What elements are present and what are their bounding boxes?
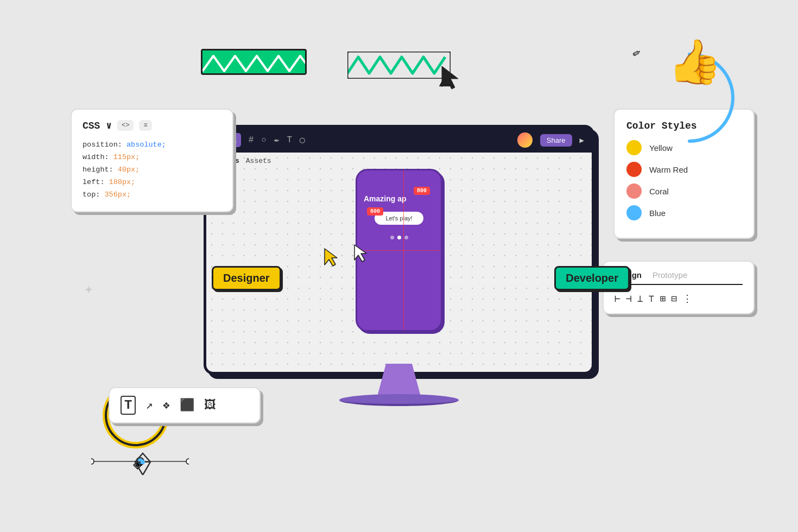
cursor-arrow-black [440, 65, 461, 93]
css-panel: CSS ∨ <> ≡ position: absolute; width: 11… [71, 109, 233, 212]
monitor-canvas: Layers Assets 800 600 Amazing ap Let's p… [206, 153, 592, 372]
toolbar-text-icon[interactable]: T [287, 135, 293, 145]
share-button[interactable]: Share [540, 134, 572, 147]
css-prop-left: left: [83, 178, 109, 186]
phone-dot-3 [404, 236, 408, 239]
css-val-top: 356px; [105, 191, 131, 199]
css-prop-width: width: [83, 153, 113, 161]
monitor-stand-base [339, 394, 459, 406]
crosshair-horizontal [357, 250, 441, 251]
phone-dot-1 [390, 236, 394, 239]
tools-panel: T ↗ ❖ ⬛ 🖼 [109, 387, 261, 423]
align-center-h-icon[interactable]: ⊣ [626, 293, 632, 305]
design-align-icons: ⊢ ⊣ ⊥ ⊤ ⊞ ⊟ ⋮ [615, 293, 743, 305]
css-code-button[interactable]: <> [117, 120, 134, 131]
svg-point-13 [141, 460, 145, 464]
toolbar-hash-icon[interactable]: # [249, 135, 254, 145]
coral-color-label: Coral [649, 187, 669, 196]
css-prop-position: position: [83, 141, 126, 149]
warmred-color-swatch [626, 162, 642, 177]
align-left-icon[interactable]: ⊢ [615, 293, 620, 305]
css-prop-top: top: [83, 191, 105, 199]
phone-dots [364, 236, 434, 239]
phone-mockup: 800 600 Amazing ap Let's play! [356, 169, 442, 332]
tool-image-icon[interactable]: 🖼 [204, 398, 216, 413]
css-val-width: 115px; [113, 153, 140, 161]
css-val-position: absolute; [126, 141, 166, 149]
css-menu-button[interactable]: ≡ [139, 120, 151, 131]
sparkle-2: ✦ [84, 282, 93, 297]
pen-nib-icon [133, 452, 153, 478]
color-row-coral: Coral [626, 183, 742, 199]
css-line-2: width: 115px; [83, 151, 221, 164]
tool-components-icon[interactable]: ❖ [163, 398, 170, 413]
align-bottom-icon[interactable]: ⊟ [671, 293, 677, 305]
tool-stamp-icon[interactable]: ⬛ [180, 398, 194, 413]
tool-text-icon[interactable]: T [121, 396, 136, 415]
phone-badge-800: 800 [414, 187, 430, 195]
toolbar-pen-icon[interactable]: ✒ [274, 135, 280, 145]
toolbar-play-icon[interactable]: ▶ [580, 136, 584, 145]
coral-color-swatch [626, 183, 642, 199]
zigzag-decoration [347, 52, 451, 81]
color-row-warmred: Warm Red [626, 162, 742, 177]
toolbar-avatar [517, 132, 533, 148]
assets-tab[interactable]: Assets [246, 157, 271, 165]
css-line-4: left: 180px; [83, 176, 221, 189]
thumbs-up-icon: 👍 [668, 43, 722, 87]
phone-app-title: Amazing ap [364, 194, 434, 203]
svg-marker-4 [354, 245, 366, 262]
blue-color-swatch [626, 205, 642, 220]
design-tabs: Design Prototype [615, 270, 743, 285]
phone-dot-2 [397, 236, 401, 239]
css-prop-height: height: [83, 166, 118, 174]
css-val-left: 180px; [109, 178, 136, 186]
blue-color-label: Blue [649, 208, 666, 218]
align-top-icon[interactable]: ⊤ [649, 293, 655, 305]
align-middle-icon[interactable]: ⊞ [660, 293, 666, 305]
align-right-icon[interactable]: ⊥ [637, 293, 643, 305]
yellow-cursor [323, 248, 339, 270]
css-line-5: top: 356px; [83, 189, 221, 201]
monitor-toolbar: ☰ ↖ # ○ ✒ T ◯ Share ▶ [206, 128, 592, 153]
svg-point-8 [91, 459, 94, 464]
svg-marker-3 [325, 249, 337, 266]
css-val-height: 40px; [118, 166, 140, 174]
zigzag-block [201, 49, 307, 75]
tool-path-icon[interactable]: ↗ [145, 398, 153, 413]
css-panel-title: CSS ∨ [83, 119, 112, 131]
svg-point-10 [186, 459, 189, 464]
css-panel-header: CSS ∨ <> ≡ [83, 119, 221, 131]
monitor-frame: ☰ ↖ # ○ ✒ T ◯ Share ▶ Layers Assets 800 … [204, 125, 594, 375]
developer-label: Developer [554, 266, 630, 290]
svg-marker-2 [442, 66, 458, 89]
monitor: ☰ ↖ # ○ ✒ T ◯ Share ▶ Layers Assets 800 … [204, 125, 594, 396]
toolbar-circle-icon[interactable]: ○ [261, 135, 267, 145]
white-cursor [353, 244, 368, 265]
toolbar-chat-icon[interactable]: ◯ [300, 135, 305, 145]
align-distribute-icon[interactable]: ⋮ [682, 293, 692, 305]
phone-badge-600: 600 [367, 207, 383, 216]
warmred-color-label: Warm Red [649, 165, 688, 174]
color-row-blue: Blue [626, 205, 742, 220]
css-line-1: position: absolute; [83, 139, 221, 151]
designer-label: Designer [212, 266, 281, 290]
crosshair-vertical [403, 170, 404, 330]
design-tab-prototype[interactable]: Prototype [653, 270, 687, 280]
css-line-3: height: 40px; [83, 164, 221, 176]
